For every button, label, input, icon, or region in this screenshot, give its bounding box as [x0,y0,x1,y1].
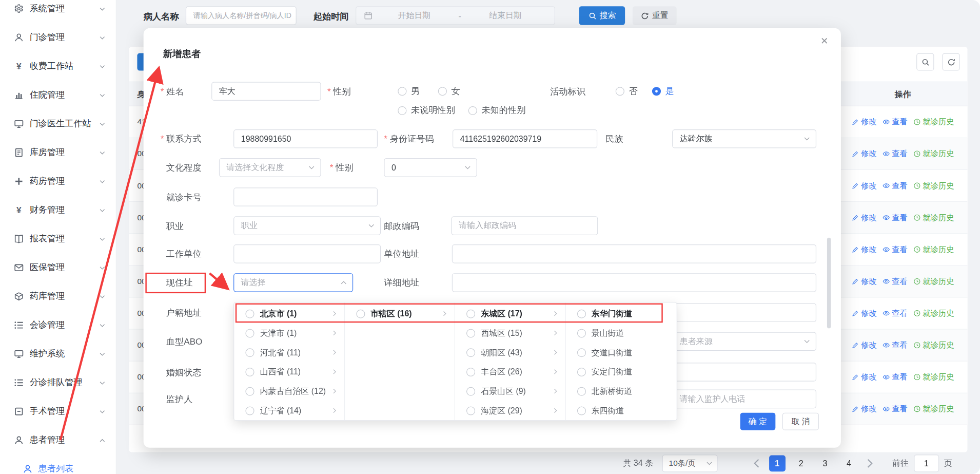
cascader-option[interactable]: 海淀区 (29) [455,401,565,421]
edit-link[interactable]: 修改 [852,148,877,159]
history-link[interactable]: 就诊历史 [913,404,954,414]
sidebar-item-9[interactable]: 医保管理 [0,253,116,282]
view-link[interactable]: 查看 [883,276,908,287]
view-link[interactable]: 查看 [883,148,908,159]
view-link[interactable]: 查看 [883,180,908,191]
dialog-scrollbar[interactable] [827,238,831,329]
page-size-select[interactable]: 10条/页 [662,454,717,472]
cascader-option[interactable]: 北京市 (1) [234,304,344,324]
cascader-option[interactable]: 朝阳区 (43) [455,343,565,362]
view-link[interactable]: 查看 [883,212,908,223]
radio-gender-unexplained[interactable]: 未说明性别 [398,106,455,116]
cascader-option[interactable]: 丰台区 (26) [455,362,565,382]
edit-link[interactable]: 修改 [852,340,877,351]
history-link[interactable]: 就诊历史 [913,212,954,223]
gender-code-select[interactable]: 0 [384,158,477,177]
edit-link[interactable]: 修改 [852,372,877,383]
sidebar-item-10[interactable]: 药库管理 [0,282,116,311]
history-link[interactable]: 就诊历史 [913,148,954,159]
page-button-2[interactable]: 2 [793,455,809,471]
view-link[interactable]: 查看 [883,404,908,414]
edit-link[interactable]: 修改 [852,180,877,191]
history-link[interactable]: 就诊历史 [913,180,954,191]
history-link[interactable]: 就诊历史 [913,244,954,255]
view-link[interactable]: 查看 [883,340,908,351]
sidebar-item-5[interactable]: 库房管理 [0,138,116,167]
cascader-option[interactable]: 内蒙古自治区 (12) [234,382,344,401]
cascader-option[interactable]: 安定门街道 [565,362,677,382]
sidebar-item-1[interactable]: 门诊管理 [0,23,116,52]
next-page-button[interactable] [864,457,876,469]
occupation-select[interactable]: 职业 [233,216,381,235]
name-input[interactable]: 牢大 [211,82,321,101]
sidebar-item-7[interactable]: ¥财务管理 [0,196,116,224]
edit-link[interactable]: 修改 [852,276,877,287]
id-number-input[interactable]: 411625192602039719 [453,129,597,148]
cascader-option[interactable]: 天津市 (1) [234,324,344,343]
prev-page-button[interactable] [750,457,763,469]
history-link[interactable]: 就诊历史 [913,276,954,287]
cascader-option[interactable]: 交道口街道 [565,343,677,362]
history-link[interactable]: 就诊历史 [913,308,954,319]
unit-address-input[interactable] [452,244,816,263]
history-link[interactable]: 就诊历史 [913,340,954,351]
cascader-option[interactable]: 北新桥街道 [565,382,677,401]
sidebar-item-14[interactable]: 手术管理 [0,397,116,426]
sidebar-item-11[interactable]: 会诊管理 [0,311,116,339]
page-button-3[interactable]: 3 [817,455,833,471]
unlabeled-right-input[interactable] [672,363,816,382]
cascader-option[interactable]: 石景山区 (9) [455,382,565,401]
radio-female[interactable]: 女 [438,86,460,96]
sidebar-item-13[interactable]: 分诊排队管理 [0,368,116,397]
patient-source-select[interactable]: 患者来源 [672,332,816,351]
education-select[interactable]: 请选择文化程度 [219,158,321,177]
cascader-option[interactable]: 河北省 (11) [234,343,344,362]
search-button[interactable]: 搜索 [579,6,625,25]
sidebar-item-6[interactable]: 药房管理 [0,167,116,196]
guardian-phone-input[interactable]: 请输入监护人电话 [672,390,816,409]
cascader-option[interactable]: 西城区 (15) [455,324,565,343]
cascader-option[interactable]: 景山街道 [565,324,677,343]
sidebar-item-2[interactable]: ¥收费工作站 [0,52,116,81]
radio-gender-unknown[interactable]: 未知的性别 [468,106,526,116]
cascader-option[interactable]: 山西省 (11) [234,362,344,382]
edit-link[interactable]: 修改 [852,117,877,127]
detail-address-input[interactable] [452,273,816,292]
current-address-select[interactable]: 请选择 [233,273,353,292]
sidebar-item-8[interactable]: 报表管理 [0,224,116,253]
sidebar-item-3[interactable]: 住院管理 [0,81,116,109]
page-button-4[interactable]: 4 [841,455,857,471]
close-icon[interactable]: ✕ [820,36,828,46]
cascader-option[interactable]: 市辖区 (16) [345,304,455,324]
edit-link[interactable]: 修改 [852,212,877,223]
cascader-option[interactable]: 东华门街道 [565,304,677,324]
confirm-button[interactable]: 确 定 [740,413,776,430]
sidebar-item-4[interactable]: 门诊医生工作站 [0,109,116,138]
radio-male[interactable]: 男 [398,86,420,96]
view-link[interactable]: 查看 [883,117,908,127]
edit-link[interactable]: 修改 [852,308,877,319]
history-link[interactable]: 就诊历史 [913,372,954,383]
radio-active-no[interactable]: 否 [616,86,638,96]
ethnicity-select[interactable]: 达斡尔族 [672,129,816,148]
page-button-1[interactable]: 1 [769,455,786,471]
postcode-input[interactable]: 请输入邮政编码 [452,216,598,235]
cancel-button[interactable]: 取 消 [782,413,819,430]
table-refresh-button[interactable] [942,53,959,71]
patient-name-input[interactable]: 请输入病人名称/拼音码/病人ID [186,6,297,25]
card-no-input[interactable] [233,187,378,206]
cascader-option[interactable]: 辽宁省 (14) [234,401,344,421]
edit-link[interactable]: 修改 [852,404,877,414]
goto-page-input[interactable]: 1 [914,454,939,472]
sidebar-item-12[interactable]: 维护系统 [0,339,116,368]
sidebar-item-0[interactable]: 系统管理 [0,0,116,23]
sidebar-item-patient-list[interactable]: 患者列表 [0,454,116,474]
table-search-button[interactable] [916,53,934,71]
sidebar-item-15[interactable]: 患者管理 [0,426,116,454]
work-unit-input[interactable] [233,244,381,263]
cascader-option[interactable]: 东城区 (17) [455,304,565,324]
edit-link[interactable]: 修改 [852,244,877,255]
view-link[interactable]: 查看 [883,308,908,319]
radio-active-yes[interactable]: 是 [652,86,674,96]
cascader-option[interactable]: 东四街道 [565,401,677,421]
